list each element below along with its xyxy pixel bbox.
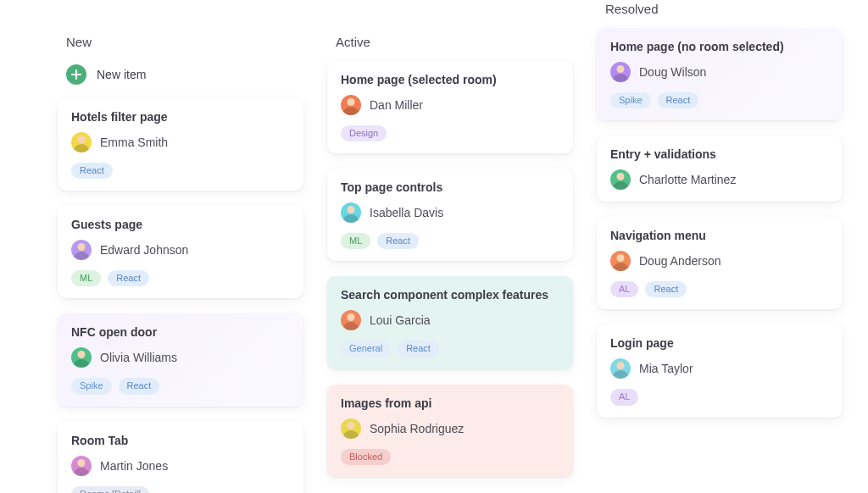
tag-pill[interactable]: React xyxy=(658,92,699,108)
pill-row: AL xyxy=(610,389,829,405)
avatar xyxy=(71,456,92,476)
assignee-name: Doug Anderson xyxy=(639,254,721,268)
tag-pill[interactable]: React xyxy=(645,281,687,297)
assignee-row: Doug Anderson xyxy=(610,251,829,271)
pill-row: MLReact xyxy=(341,233,559,249)
pill-row: GeneralReact xyxy=(341,341,559,357)
avatar xyxy=(610,62,631,82)
card-stack-new: Hotels filter pageEmma SmithReactGuests … xyxy=(58,98,303,493)
tag-pill[interactable]: AL xyxy=(610,389,638,405)
card-stack-resolved: Home page (no room selected)Doug WilsonS… xyxy=(597,28,843,418)
assignee-name: Loui Garcia xyxy=(370,313,431,327)
avatar xyxy=(71,132,92,152)
card-title: Login page xyxy=(610,336,829,350)
card-stack-active: Home page (selected room)Dan MillerDesig… xyxy=(327,61,573,477)
card-title: Home page (selected room) xyxy=(341,73,559,86)
avatar xyxy=(341,95,361,115)
assignee-row: Martin Jones xyxy=(71,456,290,476)
assignee-row: Olivia Williams xyxy=(71,347,290,368)
pill-row: SpikeReact xyxy=(71,378,290,394)
assignee-name: Charlotte Martinez xyxy=(639,173,736,186)
task-card[interactable]: Navigation menuDoug AndersonALReact xyxy=(597,217,843,309)
avatar xyxy=(341,202,361,223)
pill-row: React xyxy=(71,163,290,179)
pill-row: SpikeReact xyxy=(610,92,829,108)
tag-pill[interactable]: Spike xyxy=(71,378,112,394)
pill-row: Rooms [Detail] xyxy=(71,486,290,493)
task-card[interactable]: Search component complex featuresLoui Ga… xyxy=(327,276,573,368)
pill-row: MLReact xyxy=(71,270,290,286)
card-title: Hotels filter page xyxy=(71,110,290,124)
assignee-name: Dan Miller xyxy=(370,98,423,112)
task-card[interactable]: Hotels filter pageEmma SmithReact xyxy=(58,98,303,191)
task-card[interactable]: NFC open doorOlivia WilliamsSpikeReact xyxy=(58,313,303,406)
assignee-row: Mia Taylor xyxy=(610,358,829,379)
tag-pill[interactable]: ML xyxy=(71,270,101,286)
tag-pill[interactable]: React xyxy=(377,233,419,249)
avatar xyxy=(610,251,631,271)
assignee-row: Loui Garcia xyxy=(341,310,559,330)
column-title-new: New xyxy=(58,30,303,61)
tag-pill[interactable]: React xyxy=(119,378,160,394)
new-item-label: New item xyxy=(97,68,146,81)
assignee-name: Olivia Williams xyxy=(100,351,177,364)
task-card[interactable]: Login pageMia TaylorAL xyxy=(597,324,843,417)
task-card[interactable]: Images from apiSophia RodriguezBlocked xyxy=(327,385,573,477)
column-active: Active Home page (selected room)Dan Mill… xyxy=(327,30,573,493)
assignee-name: Sophia Rodriguez xyxy=(370,422,464,435)
card-title: Guests page xyxy=(71,218,290,231)
card-title: Room Tab xyxy=(71,434,290,447)
assignee-name: Isabella Davis xyxy=(370,206,443,219)
tag-pill[interactable]: General xyxy=(341,341,391,357)
tag-pill[interactable]: ML xyxy=(341,233,370,249)
assignee-row: Dan Miller xyxy=(341,95,559,115)
avatar xyxy=(610,358,631,379)
card-title: NFC open door xyxy=(71,325,290,339)
new-item-button[interactable]: New item xyxy=(58,61,303,98)
tag-pill[interactable]: AL xyxy=(610,281,638,297)
pill-row: Design xyxy=(341,125,559,141)
tag-pill[interactable]: Blocked xyxy=(341,449,391,465)
card-title: Entry + validations xyxy=(610,147,829,161)
card-title: Top page controls xyxy=(341,180,559,194)
card-title: Home page (no room selected) xyxy=(610,40,829,53)
tag-pill[interactable]: React xyxy=(71,163,113,179)
tag-pill[interactable]: Design xyxy=(341,125,387,141)
kanban-board: New New item Hotels filter pageEmma Smit… xyxy=(0,0,868,493)
assignee-name: Doug Wilson xyxy=(639,65,706,79)
avatar xyxy=(610,169,631,190)
avatar xyxy=(341,310,361,330)
avatar xyxy=(71,240,92,260)
assignee-row: Edward Johnson xyxy=(71,240,290,260)
tag-pill[interactable]: Rooms [Detail] xyxy=(71,486,149,493)
column-title-resolved: Resolved xyxy=(597,0,843,28)
column-new: New New item Hotels filter pageEmma Smit… xyxy=(58,30,303,493)
task-card[interactable]: Top page controlsIsabella DavisMLReact xyxy=(327,169,573,261)
column-resolved: Resolved Home page (no room selected)Dou… xyxy=(597,0,843,493)
card-title: Images from api xyxy=(341,396,559,410)
avatar xyxy=(71,347,92,368)
card-title: Search component complex features xyxy=(341,288,559,302)
pill-row: Blocked xyxy=(341,449,559,465)
tag-pill[interactable]: React xyxy=(398,341,439,357)
tag-pill[interactable]: Spike xyxy=(610,92,651,108)
assignee-row: Isabella Davis xyxy=(341,202,559,223)
assignee-name: Emma Smith xyxy=(100,136,168,149)
avatar xyxy=(341,418,361,439)
task-card[interactable]: Home page (selected room)Dan MillerDesig… xyxy=(327,61,573,153)
assignee-row: Charlotte Martinez xyxy=(610,169,829,190)
assignee-row: Doug Wilson xyxy=(610,62,829,82)
assignee-name: Martin Jones xyxy=(100,459,168,473)
plus-icon xyxy=(66,64,86,85)
task-card[interactable]: Guests pageEdward JohnsonMLReact xyxy=(58,206,303,298)
card-title: Navigation menu xyxy=(610,229,829,242)
task-card[interactable]: Room TabMartin JonesRooms [Detail] xyxy=(58,422,303,493)
assignee-name: Edward Johnson xyxy=(100,243,188,257)
task-card[interactable]: Home page (no room selected)Doug WilsonS… xyxy=(597,28,843,120)
pill-row: ALReact xyxy=(610,281,829,297)
tag-pill[interactable]: React xyxy=(108,270,149,286)
assignee-name: Mia Taylor xyxy=(639,362,693,375)
column-title-active: Active xyxy=(327,30,573,61)
assignee-row: Sophia Rodriguez xyxy=(341,418,559,439)
task-card[interactable]: Entry + validationsCharlotte Martinez xyxy=(597,136,843,202)
